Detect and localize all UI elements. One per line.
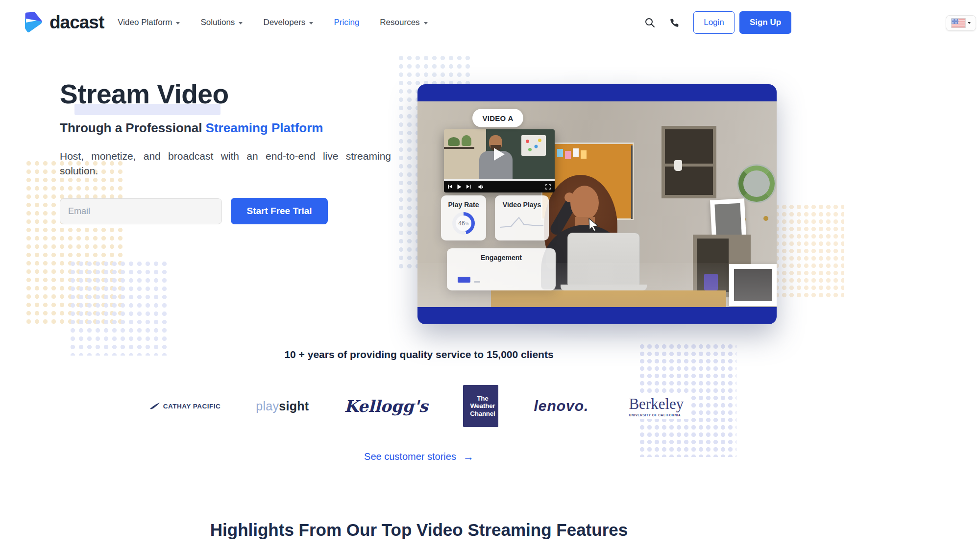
email-field[interactable] xyxy=(60,198,222,224)
volume-icon xyxy=(478,184,484,190)
plant-icon xyxy=(448,137,460,146)
chevron-down-icon xyxy=(424,22,428,24)
mini-video-player[interactable] xyxy=(444,129,555,192)
wall-shelf xyxy=(662,126,716,198)
cathay-brushwing-icon xyxy=(149,402,160,410)
nav-item-resources[interactable]: Resources xyxy=(380,18,427,27)
presenter-hand xyxy=(564,192,574,202)
nav-item-developers[interactable]: Developers xyxy=(263,18,313,27)
play-rate-label: Play Rate xyxy=(441,201,486,209)
phone-button[interactable] xyxy=(669,18,680,28)
hero-copy: Stream Video Through a Professional Stre… xyxy=(60,78,398,224)
video-bottom-bar xyxy=(417,307,777,324)
engagement-card: Engagement xyxy=(447,248,556,290)
chevron-down-icon xyxy=(309,22,313,24)
language-selector[interactable] xyxy=(946,15,976,31)
arrow-right-icon: → xyxy=(463,451,474,463)
play-rate-unit: % xyxy=(466,221,469,226)
video-label-badge: VIDEO A xyxy=(472,109,523,127)
logo-lenovo: lenovo. xyxy=(534,398,588,414)
dacast-logo-icon xyxy=(22,11,45,34)
plant-icon xyxy=(462,135,471,146)
chevron-down-icon xyxy=(176,22,180,24)
clients-heading: 10 + years of providing quality service … xyxy=(0,349,838,360)
hanging-plant xyxy=(737,164,776,203)
signup-button[interactable]: Sign Up xyxy=(739,11,791,34)
wall-hook xyxy=(763,216,768,221)
chevron-down-icon xyxy=(239,22,243,24)
nav-item-pricing[interactable]: Pricing xyxy=(334,18,359,27)
fullscreen-icon xyxy=(545,184,551,190)
client-logos: CATHAY PACIFIC playsight Kellogg's The W… xyxy=(0,385,838,427)
play-rate-card: Play Rate 46 % xyxy=(441,195,486,240)
video-plays-sparkline xyxy=(497,209,546,230)
logo-cathay-pacific: CATHAY PACIFIC xyxy=(149,402,221,410)
engagement-bar xyxy=(458,277,470,283)
dot-pattern-left-lavender xyxy=(69,260,169,356)
play-icon xyxy=(494,148,505,161)
customer-stories-wrap: See customer stories→ xyxy=(0,451,838,463)
logo-berkeley: Berkeley UNIVERSITY OF CALIFORNIA xyxy=(624,393,688,419)
dot-pattern-video-orange xyxy=(773,203,844,300)
hero-subtitle: Through a Professional Streaming Platfor… xyxy=(60,120,398,136)
mini-poster xyxy=(521,135,546,156)
main-nav: Video Platform Solutions Developers Pric… xyxy=(118,18,427,27)
streaming-platform-link[interactable]: Streaming Platform xyxy=(206,120,323,135)
video-top-bar xyxy=(417,84,777,101)
video-scene: VIDEO A Play Rate 46 % Video Plays Engag… xyxy=(417,101,777,307)
search-button[interactable] xyxy=(644,17,656,28)
see-customer-stories-link[interactable]: See customer stories→ xyxy=(364,451,474,462)
player-controls xyxy=(444,179,555,192)
phone-icon xyxy=(669,18,680,28)
top-nav: dacast Video Platform Solutions Develope… xyxy=(0,0,980,45)
brand-name: dacast xyxy=(49,12,104,33)
logo-playsight: playsight xyxy=(256,399,309,413)
start-free-trial-button[interactable]: Start Free Trial xyxy=(231,198,328,224)
login-button[interactable]: Login xyxy=(693,11,735,34)
engagement-tick xyxy=(474,281,480,283)
mini-shelf xyxy=(444,147,474,149)
mic-stand xyxy=(631,145,633,219)
dacast-logo[interactable]: dacast xyxy=(22,11,104,34)
mouse-cursor-icon xyxy=(588,218,600,234)
nav-item-solutions[interactable]: Solutions xyxy=(200,18,243,27)
video-plays-label: Video Plays xyxy=(495,201,549,209)
previous-track-icon xyxy=(448,184,453,189)
next-track-icon xyxy=(466,184,471,189)
features-section-heading: Highlights From Our Top Video Streaming … xyxy=(0,520,838,540)
play-rate-donut: 46 % xyxy=(452,212,475,235)
search-icon xyxy=(644,17,656,28)
hero-description: Host, monetize, and broadcast with an en… xyxy=(60,149,391,178)
nav-item-video-platform[interactable]: Video Platform xyxy=(118,18,180,27)
play-control-icon xyxy=(457,184,462,190)
logo-weather-channel: The Weather Channel xyxy=(463,385,498,427)
signup-form: Start Free Trial xyxy=(60,198,398,224)
chevron-down-icon xyxy=(968,22,971,24)
us-flag-icon xyxy=(951,18,966,28)
video-plays-card: Video Plays xyxy=(495,195,549,240)
play-rate-value: 46 xyxy=(458,220,465,227)
demo-video-player[interactable]: VIDEO A Play Rate 46 % Video Plays Engag… xyxy=(417,84,777,324)
presenter-face xyxy=(570,186,599,220)
page-title: Stream Video xyxy=(60,78,398,110)
engagement-label: Engagement xyxy=(447,254,556,262)
logo-kelloggs: Kellogg's xyxy=(344,397,428,416)
vase xyxy=(674,160,682,171)
